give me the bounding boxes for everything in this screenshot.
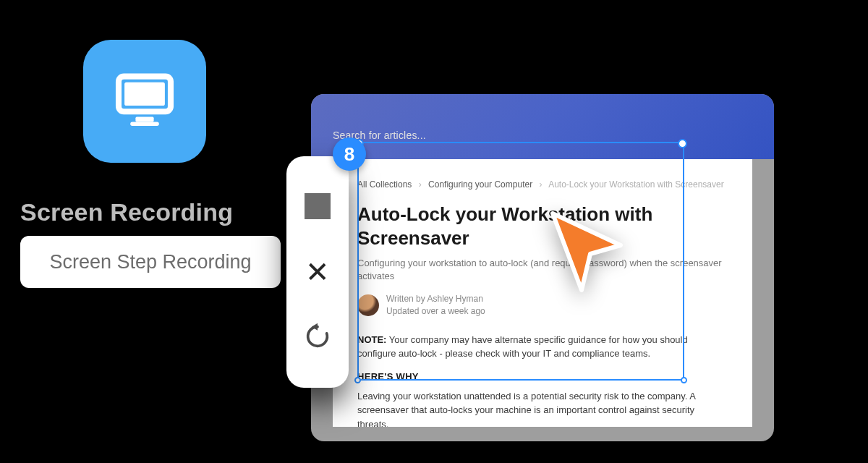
- article-updated: Updated over a week ago: [386, 305, 485, 317]
- svg-rect-3: [130, 122, 159, 126]
- note-label: NOTE:: [357, 334, 386, 345]
- cancel-recording-button[interactable]: ✕: [302, 256, 333, 288]
- svg-rect-2: [135, 116, 153, 122]
- author-name: Ashley Hyman: [427, 294, 482, 304]
- app-icon: [83, 40, 206, 163]
- article-author: Written by Ashley Hyman Updated over a w…: [357, 293, 728, 316]
- article-subtitle: Configuring your workstation to auto-loc…: [357, 257, 728, 283]
- screen-step-recording-button[interactable]: Screen Step Recording: [20, 236, 281, 288]
- screen-recording-heading: Screen Recording: [20, 198, 233, 226]
- step-count-badge: 8: [333, 137, 366, 171]
- why-heading: HERE'S WHY: [357, 371, 728, 382]
- article-title: Auto-Lock your Workstation with Screensa…: [357, 203, 728, 250]
- search-input[interactable]: Search for articles...: [333, 123, 752, 148]
- breadcrumb-root[interactable]: All Collections: [357, 179, 412, 190]
- article-body: All Collections › Configuring your Compu…: [333, 159, 752, 427]
- cursor-pointer-icon: [547, 209, 626, 299]
- avatar: [357, 294, 379, 316]
- breadcrumb: All Collections › Configuring your Compu…: [357, 179, 728, 190]
- monitor-icon: [112, 67, 177, 135]
- recorder-toolbar: ✕: [286, 156, 349, 388]
- stop-recording-button[interactable]: [302, 190, 333, 222]
- article-note: NOTE: Your company may have alternate sp…: [357, 333, 728, 361]
- breadcrumb-current: Auto-Lock your Workstation with Screensa…: [548, 179, 724, 190]
- breadcrumb-section[interactable]: Configuring your Computer: [428, 179, 532, 190]
- svg-rect-1: [124, 82, 165, 106]
- restart-recording-button[interactable]: [302, 322, 333, 354]
- step-count-value: 8: [344, 143, 354, 166]
- article-window-header: Search for articles...: [311, 94, 774, 159]
- screen-step-recording-label: Screen Step Recording: [49, 251, 251, 273]
- stop-icon: [305, 193, 331, 219]
- why-body: Leaving your workstation unattended is a…: [357, 389, 728, 427]
- note-body: Your company may have alternate specific…: [357, 334, 688, 360]
- close-icon: ✕: [305, 258, 330, 286]
- written-by-prefix: Written by: [386, 294, 427, 304]
- article-window: Search for articles... All Collections ›…: [311, 94, 774, 441]
- restart-icon: [303, 322, 332, 354]
